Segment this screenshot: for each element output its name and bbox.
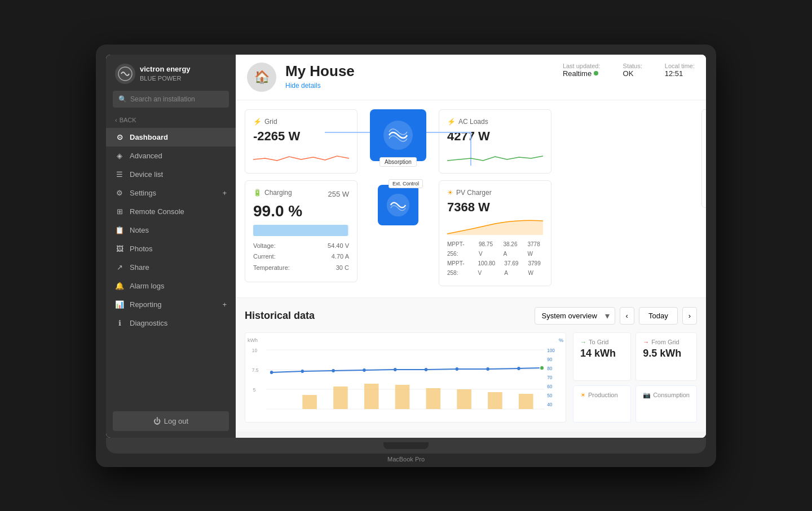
svg-point-39 [456,367,458,371]
remote-console-icon: ⊞ [115,207,124,216]
search-box[interactable]: 🔍 Search an installation [113,91,229,108]
ac-loads-icon: ⚡ [447,118,456,126]
svg-rect-31 [488,392,502,409]
svg-text:70: 70 [547,374,552,380]
logout-button[interactable]: ⏻ Log out [113,411,229,431]
pv-charger-label: ☀ PV Charger [447,189,543,197]
stats-cards: → To Grid 14 kWh → From Grid 9.5 [573,332,697,423]
svg-point-37 [394,368,396,371]
sidebar-item-share[interactable]: ↗ Share [106,258,236,277]
svg-text:60: 60 [547,383,552,389]
inverter-area: Absorption [364,109,432,161]
grid-mini-chart [253,148,349,165]
pv-mini-chart [447,218,543,235]
main-chart: kWh % 10 7.5 5 [245,332,566,423]
sidebar: victron energy BLUE POWER 🔍 Search an in… [106,55,236,438]
pv-charger-icon: ☀ [447,189,453,197]
settings-expand-icon: + [222,189,227,197]
battery-header: 🔋 Charging 255 W [253,189,349,200]
battery-details: Voltage: 54.40 V Current: 4.70 A Tempera… [253,241,349,274]
advanced-icon: ◈ [115,152,124,160]
logo-text: victron energy BLUE POWER [140,65,191,82]
overview-select[interactable]: System overview [535,307,615,325]
notes-icon: 📋 [115,226,124,234]
from-grid-card: → From Grid 9.5 kWh [636,332,697,381]
dashboard-icon: ⊙ [115,133,124,141]
grid-card: ⚡ Grid -2265 W [245,109,358,174]
device-list-icon: ☰ [115,170,124,179]
sidebar-item-dashboard[interactable]: ⊙ Dashboard [106,128,236,146]
main-content: 🏠 My House Hide details Last updated: Re… [236,55,706,438]
page-header: 🏠 My House Hide details Last updated: Re… [236,55,706,100]
svg-point-38 [425,368,427,371]
hide-details-link[interactable]: Hide details [285,82,321,90]
sidebar-item-photos[interactable]: 🖼 Photos [106,239,236,258]
status-area: Status: OK [623,63,642,78]
laptop-label: MacBook Pro [106,454,706,467]
last-updated-value: Realtime [563,69,601,78]
prev-period-button[interactable]: ‹ [620,307,634,325]
logo-icon [115,64,135,84]
svg-text:80: 80 [547,365,552,371]
mppt2-row: MPPT-258: 100.80 V 37.69 A 3799 W [447,259,543,278]
local-time-value: 12:51 [665,69,695,78]
laptop-base [106,438,706,454]
svg-point-35 [332,369,334,372]
svg-point-40 [486,367,489,371]
realtime-indicator [594,71,598,75]
battery-label: 🔋 Charging [253,189,292,197]
sidebar-item-advanced[interactable]: ◈ Advanced [106,146,236,165]
back-button[interactable]: ‹ BACK [106,114,236,128]
back-arrow-icon: ‹ [115,117,117,123]
sidebar-item-reporting[interactable]: 📊 Reporting + [106,295,236,314]
pct-label: % [559,337,563,343]
sidebar-item-device-list[interactable]: ☰ Device list [106,165,236,184]
power-icon: ⏻ [153,417,161,425]
sidebar-item-diagnostics[interactable]: ℹ Diagnostics [106,314,236,332]
svg-rect-30 [457,389,471,409]
production-sun-icon: ☀ [580,392,586,399]
system-overview-selector[interactable]: System overview [535,307,615,325]
svg-rect-27 [364,384,379,409]
battery-card: 🔋 Charging 255 W 99.0 % Voltage: [245,180,358,282]
sidebar-item-notes[interactable]: 📋 Notes [106,221,236,239]
installation-avatar: 🏠 [247,63,276,92]
svg-text:50: 50 [547,392,552,398]
svg-point-34 [301,370,304,373]
production-label: ☀ Production [580,392,624,399]
share-icon: ↗ [115,263,124,272]
installation-info: My House Hide details [285,63,554,90]
historical-title: Historical data [245,310,315,322]
battery-icon: 🔋 [253,189,262,197]
today-button[interactable]: Today [639,307,678,325]
svg-rect-32 [519,394,533,409]
svg-point-36 [363,368,365,372]
chart-svg: 10 7.5 5 100 90 80 70 60 50 40 [251,344,560,423]
svg-point-42 [540,366,544,370]
battery-voltage-row: Voltage: 54.40 V [253,241,349,252]
ac-loads-value: 4277 W [447,129,543,144]
settings-icon: ⚙ [115,189,124,197]
next-period-button[interactable]: › [682,307,697,325]
from-grid-value: 9.5 kWh [643,348,690,359]
battery-current-row: Current: 4.70 A [253,251,349,263]
laptop-notch [383,442,429,449]
ac-loads-label: ⚡ AC Loads [447,118,543,126]
photos-icon: 🖼 [115,245,124,253]
svg-rect-25 [302,395,317,409]
consumption-card: 📷 Consumption [636,385,697,423]
ac-loads-card: ⚡ AC Loads 4277 W [439,109,551,174]
to-grid-value: 14 kWh [580,348,624,359]
sidebar-item-remote-console[interactable]: ⊞ Remote Console [106,202,236,221]
search-placeholder: Search an installation [130,95,195,103]
kwh-label: kWh [248,337,258,343]
sidebar-item-settings[interactable]: ⚙ Settings + [106,184,236,202]
ac-loads-mini-chart [447,148,543,165]
sidebar-item-alarm-logs[interactable]: 🔔 Alarm logs [106,277,236,295]
battery-bar [253,225,348,236]
pv-inverter-area: Ext. Control [364,180,432,225]
grid-icon: ⚡ [253,118,262,126]
last-updated: Last updated: Realtime [563,63,601,78]
historical-header: Historical data System overview ‹ Today … [245,307,697,325]
pv-charger-card: ☀ PV Charger 7368 W MPPT-25 [439,180,551,286]
